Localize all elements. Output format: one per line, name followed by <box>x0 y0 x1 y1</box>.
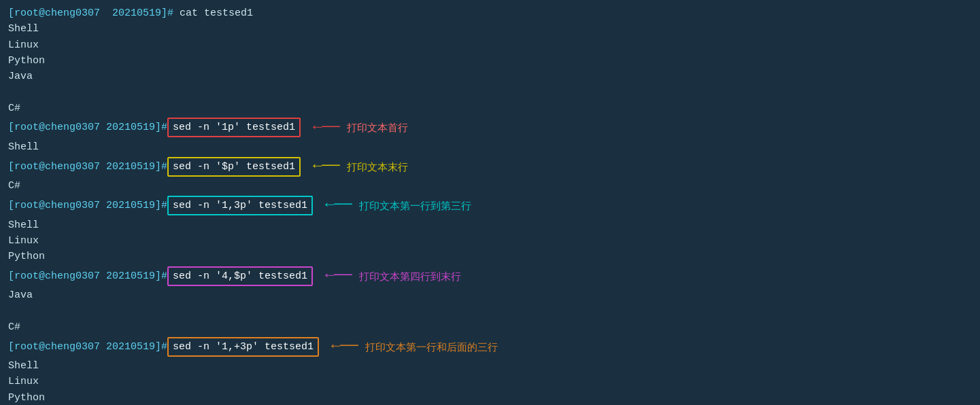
arrow-orange-icon: ←── <box>331 335 358 358</box>
cmd-box-orange: sed -n '1,+3p' testsed1 <box>167 337 319 357</box>
cmd-box-yellow: sed -n '$p' testsed1 <box>167 157 301 177</box>
prompt-sed1p: [root@cheng0307 20210519]# <box>8 120 167 135</box>
arrow-red-icon: ←── <box>313 116 340 139</box>
blank-1 <box>8 84 972 100</box>
prompt-1: [root@cheng0307 20210519]# <box>8 5 173 21</box>
prompt-sed1plus3: [root@cheng0307 20210519]# <box>8 339 167 355</box>
cmd-box-cyan: sed -n '1,3p' testsed1 <box>167 196 313 215</box>
annotation-cyan: 打印文本第一行到第三行 <box>359 198 471 213</box>
arrow-magenta-area: ←── 打印文本第四行到末行 <box>325 264 461 287</box>
line-1: [root@cheng0307 20210519]# cat testsed1 <box>8 5 972 21</box>
arrow-yellow-area: ←── 打印文本末行 <box>313 155 408 178</box>
line-sed4last: [root@cheng0307 20210519]# sed -n '4,$p'… <box>8 264 972 287</box>
arrow-yellow-icon: ←── <box>313 155 340 178</box>
line-sed-last: [root@cheng0307 20210519]# sed -n '$p' t… <box>8 155 972 178</box>
out-csharp-2: C# <box>8 178 972 194</box>
arrow-red-area: ←── 打印文本首行 <box>313 116 408 139</box>
annotation-red: 打印文本首行 <box>347 120 408 135</box>
annotation-magenta: 打印文本第四行到末行 <box>359 268 461 284</box>
annotation-orange: 打印文本第一行和后面的三行 <box>365 339 498 355</box>
out-shell-1: Shell <box>8 21 972 37</box>
line-sed13p: [root@cheng0307 20210519]# sed -n '1,3p'… <box>8 194 972 217</box>
line-sed1plus3: [root@cheng0307 20210519]# sed -n '1,+3p… <box>8 335 972 358</box>
prompt-sed13p: [root@cheng0307 20210519]# <box>8 198 167 213</box>
cmd-box-magenta: sed -n '4,$p' testsed1 <box>167 266 313 286</box>
out-csharp-1: C# <box>8 101 972 116</box>
out-linux-2: Linux <box>8 233 972 249</box>
out-shell-2: Shell <box>8 139 972 155</box>
out-python-2: Python <box>8 249 972 264</box>
prompt-sed-last: [root@cheng0307 20210519]# <box>8 159 167 175</box>
out-java-2: Java <box>8 287 972 303</box>
terminal: [root@cheng0307 20210519]# cat testsed1 … <box>8 5 972 405</box>
cmd-1: cat testsed1 <box>173 5 253 21</box>
arrow-cyan-area: ←── 打印文本第一行到第三行 <box>325 194 471 217</box>
out-java-1: Java <box>8 69 972 84</box>
annotation-yellow: 打印文本末行 <box>347 159 408 175</box>
prompt-sed4last: [root@cheng0307 20210519]# <box>8 268 167 284</box>
line-sed1p: [root@cheng0307 20210519]# sed -n '1p' t… <box>8 116 972 139</box>
out-linux-3: Linux <box>8 374 972 389</box>
out-python-3: Python <box>8 390 972 405</box>
blank-2 <box>8 304 972 319</box>
cmd-box-red: sed -n '1p' testsed1 <box>167 118 301 137</box>
arrow-cyan-icon: ←── <box>325 194 352 217</box>
out-csharp-3: C# <box>8 319 972 335</box>
out-linux-1: Linux <box>8 37 972 53</box>
out-python-1: Python <box>8 53 972 69</box>
arrow-magenta-icon: ←── <box>325 264 352 287</box>
out-shell-4: Shell <box>8 358 972 374</box>
out-shell-3: Shell <box>8 217 972 233</box>
arrow-orange-area: ←── 打印文本第一行和后面的三行 <box>331 335 498 358</box>
